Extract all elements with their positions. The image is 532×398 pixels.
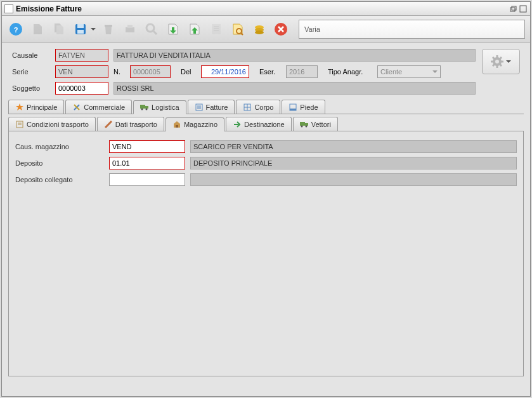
tab-piede[interactable]: Piede bbox=[282, 100, 325, 114]
print-button[interactable] bbox=[121, 20, 139, 38]
svg-point-11 bbox=[146, 24, 154, 32]
toolbar-status: Varia bbox=[299, 20, 525, 39]
window-restore-button[interactable] bbox=[509, 4, 517, 13]
coins-button[interactable] bbox=[250, 20, 268, 38]
svg-point-55 bbox=[301, 125, 302, 127]
find-doc-button[interactable] bbox=[229, 20, 247, 38]
window-maximize-button[interactable] bbox=[519, 4, 528, 13]
star-icon bbox=[15, 103, 24, 112]
tab-label: Fatture bbox=[206, 103, 228, 111]
gear-icon bbox=[491, 55, 503, 68]
new-button[interactable] bbox=[29, 20, 46, 38]
save-button[interactable] bbox=[72, 20, 89, 38]
n-label: N. bbox=[114, 68, 125, 76]
serie-input[interactable] bbox=[55, 65, 108, 78]
tab-commerciale[interactable]: Commerciale bbox=[65, 100, 132, 114]
n-input[interactable] bbox=[130, 65, 171, 78]
del-input[interactable] bbox=[201, 65, 249, 78]
subtab-destinazione[interactable]: Destinazione bbox=[226, 117, 292, 131]
tipo-anagr-select[interactable]: Cliente bbox=[377, 65, 441, 78]
svg-rect-37 bbox=[145, 106, 148, 109]
svg-point-20 bbox=[255, 30, 264, 34]
tab-logistica[interactable]: Logistica bbox=[133, 100, 186, 114]
settings-button[interactable] bbox=[482, 49, 520, 74]
svg-rect-10 bbox=[127, 25, 133, 28]
causale-input[interactable] bbox=[55, 49, 108, 62]
svg-rect-2 bbox=[520, 6, 526, 12]
close-button[interactable] bbox=[272, 20, 290, 38]
svg-line-30 bbox=[493, 57, 495, 59]
causale-label: Causale bbox=[12, 51, 50, 59]
list-icon bbox=[15, 120, 24, 129]
subtab-magazzino[interactable]: Magazzino bbox=[165, 117, 224, 131]
svg-line-32 bbox=[493, 64, 495, 66]
subtab-condizioni-trasporto[interactable]: Condizioni trasporto bbox=[8, 117, 96, 131]
tab-label: Commerciale bbox=[84, 103, 125, 111]
tab-label: Condizioni trasporto bbox=[27, 121, 89, 128]
import-button[interactable] bbox=[164, 20, 182, 38]
tab-label: Corpo bbox=[254, 103, 273, 111]
help-button[interactable]: ? bbox=[7, 20, 25, 38]
deposito-label: Deposito bbox=[15, 159, 104, 167]
svg-rect-7 bbox=[77, 30, 84, 34]
notes-button[interactable] bbox=[207, 20, 225, 38]
svg-point-25 bbox=[495, 60, 499, 63]
svg-rect-52 bbox=[176, 125, 178, 128]
del-label: Del bbox=[181, 68, 196, 76]
caus-magazzino-input[interactable] bbox=[109, 140, 185, 153]
tools-icon bbox=[72, 103, 81, 112]
svg-rect-9 bbox=[126, 27, 134, 32]
eser-label: Eser. bbox=[259, 68, 281, 76]
soggetto-label: Soggetto bbox=[12, 84, 50, 92]
subtab-dati-trasporto[interactable]: Dati trasporto bbox=[97, 117, 164, 131]
deposito-collegato-desc bbox=[190, 173, 517, 186]
svg-rect-36 bbox=[140, 105, 145, 109]
new-copy-button[interactable] bbox=[50, 20, 68, 38]
footer-icon bbox=[289, 103, 297, 112]
svg-rect-6 bbox=[77, 24, 84, 28]
header-area: Causale FATTURA DI VENDITA ITALIA Serie … bbox=[2, 43, 530, 100]
svg-rect-54 bbox=[305, 123, 308, 126]
warehouse-icon bbox=[172, 120, 181, 129]
toolbar: ? bbox=[2, 16, 530, 43]
chevron-down-icon bbox=[506, 59, 511, 64]
svg-rect-0 bbox=[510, 8, 515, 11]
tipo-anagr-label: Tipo Anagr. bbox=[328, 68, 372, 76]
deposito-desc: DEPOSITO PRINCIPALE bbox=[190, 157, 517, 169]
tab-label: Piede bbox=[300, 103, 318, 111]
soggetto-input[interactable] bbox=[55, 82, 108, 95]
export-button[interactable] bbox=[186, 20, 204, 38]
tipo-anagr-value: Cliente bbox=[380, 68, 402, 76]
svg-text:?: ? bbox=[14, 26, 18, 34]
caus-magazzino-desc: SCARICO PER VENDITA bbox=[190, 140, 517, 153]
tab-corpo[interactable]: Corpo bbox=[236, 100, 280, 114]
tab-label: Vettori bbox=[311, 121, 331, 128]
tab-principale[interactable]: Principale bbox=[8, 100, 64, 114]
svg-line-12 bbox=[153, 31, 157, 34]
save-dropdown[interactable] bbox=[91, 27, 96, 32]
window-icon bbox=[4, 4, 13, 13]
svg-line-31 bbox=[500, 64, 502, 66]
tab-label: Dati trasporto bbox=[115, 121, 157, 128]
arrow-icon bbox=[233, 120, 242, 129]
tab-fatture[interactable]: Fatture bbox=[188, 100, 235, 114]
list-icon bbox=[195, 103, 204, 112]
eser-input[interactable] bbox=[286, 65, 318, 78]
deposito-input[interactable] bbox=[109, 157, 185, 169]
truck-icon bbox=[300, 120, 309, 129]
tabs-main: Principale Commerciale Logistica Fatture… bbox=[8, 100, 524, 131]
svg-rect-48 bbox=[290, 109, 296, 110]
tab-label: Destinazione bbox=[244, 121, 285, 128]
tab-label: Logistica bbox=[152, 103, 179, 111]
tab-label: Magazzino bbox=[184, 121, 217, 128]
window-root: Emissione Fatture ? bbox=[1, 1, 531, 397]
grid-icon bbox=[243, 103, 252, 112]
deposito-collegato-input[interactable] bbox=[109, 173, 185, 186]
delete-button[interactable] bbox=[100, 20, 117, 38]
subtab-vettori[interactable]: Vettori bbox=[293, 117, 338, 131]
svg-line-33 bbox=[500, 57, 502, 59]
truck-icon bbox=[140, 103, 149, 112]
svg-rect-1 bbox=[512, 6, 516, 10]
svg-point-39 bbox=[146, 109, 148, 110]
search-button[interactable] bbox=[143, 20, 160, 38]
